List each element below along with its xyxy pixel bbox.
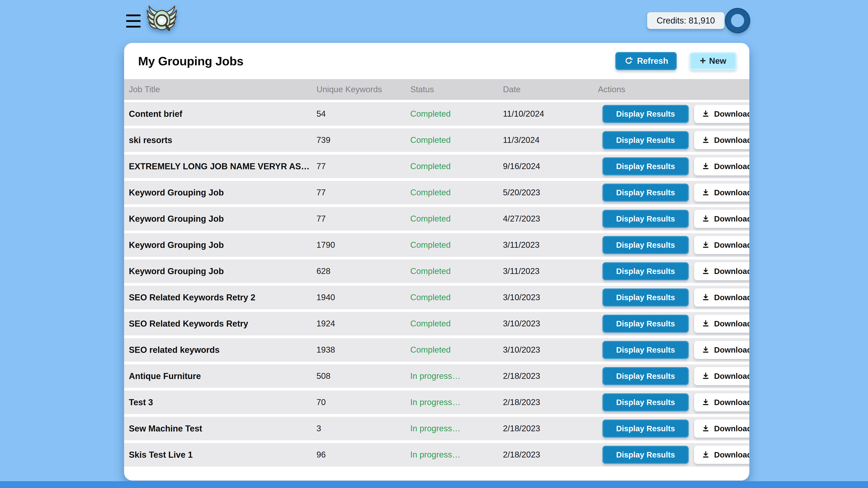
page-title: My Grouping Jobs: [138, 54, 243, 68]
actions-cell: Display Results Download: [598, 210, 749, 228]
display-results-button[interactable]: Display Results: [602, 105, 689, 123]
download-label: Download: [714, 267, 749, 276]
download-button[interactable]: Download: [694, 420, 749, 437]
actions-cell: Display Results Download: [598, 105, 749, 123]
table-row: ski resorts 739 Completed 11/3/2024 Disp…: [124, 128, 749, 152]
table-row: Antique Furniture 508 In progress… 2/18/…: [124, 364, 749, 388]
unique-keywords-cell: 70: [316, 398, 410, 407]
date-cell: 4/27/2023: [503, 214, 598, 223]
actions-cell: Display Results Download: [598, 157, 749, 175]
download-button[interactable]: Download: [694, 393, 749, 411]
job-title-cell: Skis Test Live 1: [129, 450, 316, 460]
display-results-label: Display Results: [616, 135, 675, 145]
display-results-button[interactable]: Display Results: [602, 393, 689, 411]
display-results-label: Display Results: [616, 293, 675, 302]
download-label: Download: [714, 214, 749, 223]
display-results-button[interactable]: Display Results: [602, 367, 689, 385]
grouping-jobs-card: My Grouping Jobs Refresh + New Job Title…: [124, 43, 749, 481]
actions-cell: Display Results Download: [598, 236, 749, 254]
download-icon: [702, 451, 710, 459]
display-results-label: Display Results: [616, 345, 675, 355]
display-results-label: Display Results: [616, 162, 675, 171]
download-icon: [702, 345, 710, 354]
download-button[interactable]: Download: [694, 157, 749, 175]
hamburger-menu-icon[interactable]: [126, 14, 141, 28]
actions-cell: Display Results Download: [598, 315, 749, 333]
download-label: Download: [714, 110, 749, 118]
display-results-label: Display Results: [616, 398, 675, 407]
actions-cell: Display Results Download: [598, 393, 749, 411]
column-header-unique-keywords: Unique Keywords: [316, 85, 410, 94]
status-cell: Completed: [410, 319, 503, 328]
download-button[interactable]: Download: [694, 131, 749, 149]
display-results-label: Display Results: [616, 241, 675, 249]
status-cell: In progress…: [410, 450, 503, 459]
display-results-label: Display Results: [616, 214, 675, 223]
date-cell: 3/11/2023: [503, 267, 598, 276]
display-results-button[interactable]: Display Results: [602, 341, 689, 359]
download-icon: [702, 398, 710, 407]
download-button[interactable]: Download: [694, 184, 749, 202]
display-results-button[interactable]: Display Results: [602, 131, 689, 149]
download-button[interactable]: Download: [694, 367, 749, 385]
download-button[interactable]: Download: [694, 262, 749, 280]
download-button[interactable]: Download: [694, 446, 749, 464]
new-button-label: New: [709, 56, 726, 66]
refresh-button[interactable]: Refresh: [615, 52, 677, 70]
download-label: Download: [714, 372, 749, 380]
download-icon: [702, 241, 710, 249]
display-results-button[interactable]: Display Results: [602, 236, 689, 254]
refresh-icon: [624, 56, 633, 66]
date-cell: 2/18/2023: [503, 398, 598, 407]
download-label: Download: [714, 345, 749, 355]
actions-cell: Display Results Download: [598, 262, 749, 280]
download-button[interactable]: Download: [694, 341, 749, 359]
status-cell: In progress…: [410, 424, 503, 433]
display-results-button[interactable]: Display Results: [602, 446, 689, 464]
unique-keywords-cell: 1924: [316, 319, 410, 328]
new-button[interactable]: + New: [689, 52, 737, 70]
status-cell: In progress…: [410, 371, 503, 381]
download-icon: [702, 188, 710, 197]
download-icon: [702, 214, 710, 223]
avatar[interactable]: [726, 9, 749, 32]
column-header-actions: Actions: [598, 85, 749, 94]
actions-cell: Display Results Download: [598, 131, 749, 149]
date-cell: 11/10/2024: [503, 109, 598, 119]
status-cell: Completed: [410, 214, 503, 223]
download-button[interactable]: Download: [694, 210, 749, 228]
column-header-date: Date: [503, 85, 598, 94]
display-results-button[interactable]: Display Results: [602, 184, 689, 202]
display-results-button[interactable]: Display Results: [602, 262, 689, 280]
unique-keywords-cell: 77: [316, 162, 410, 171]
date-cell: 9/16/2024: [503, 162, 598, 171]
download-icon: [702, 293, 710, 302]
download-button[interactable]: Download: [694, 236, 749, 254]
display-results-label: Display Results: [616, 424, 675, 433]
unique-keywords-cell: 77: [316, 188, 410, 197]
display-results-button[interactable]: Display Results: [602, 210, 689, 228]
status-cell: Completed: [410, 188, 503, 197]
display-results-button[interactable]: Display Results: [602, 315, 689, 333]
job-title-cell: Keyword Grouping Job: [129, 267, 316, 276]
date-cell: 11/3/2024: [503, 135, 598, 145]
winged-magnifier-logo-icon[interactable]: [144, 4, 180, 39]
table-row: SEO Related Keywords Retry 2 1940 Comple…: [124, 286, 749, 309]
download-button[interactable]: Download: [694, 288, 749, 306]
download-label: Download: [714, 450, 749, 459]
table-row: Keyword Grouping Job 628 Completed 3/11/…: [124, 260, 749, 283]
actions-cell: Display Results Download: [598, 184, 749, 202]
display-results-button[interactable]: Display Results: [602, 157, 689, 175]
download-button[interactable]: Download: [694, 315, 749, 333]
table-row: SEO Related Keywords Retry 1924 Complete…: [124, 312, 749, 335]
unique-keywords-cell: 628: [316, 267, 410, 276]
display-results-button[interactable]: Display Results: [602, 288, 689, 306]
download-button[interactable]: Download: [694, 105, 749, 123]
unique-keywords-cell: 77: [316, 214, 410, 223]
unique-keywords-cell: 1790: [316, 240, 410, 250]
status-cell: Completed: [410, 240, 503, 250]
date-cell: 2/18/2023: [503, 424, 598, 433]
download-label: Download: [714, 319, 749, 328]
unique-keywords-cell: 508: [316, 371, 410, 381]
display-results-button[interactable]: Display Results: [602, 420, 689, 437]
